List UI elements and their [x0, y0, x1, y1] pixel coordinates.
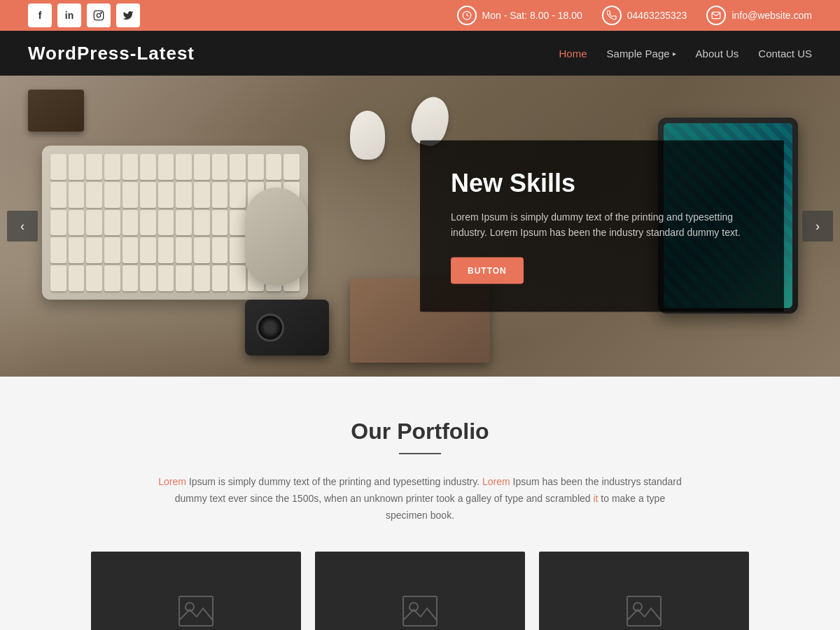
svg-point-1: [97, 13, 100, 17]
svg-rect-4: [179, 596, 213, 626]
hero-cta-button[interactable]: BUTTON: [451, 257, 524, 284]
portfolio-card-3[interactable]: [539, 552, 749, 630]
svg-rect-8: [627, 596, 661, 626]
navigation: WordPress-Latest Home Sample Page ▸ Abou…: [0, 31, 840, 76]
nav-sample-page[interactable]: Sample Page ▸: [607, 48, 676, 59]
portfolio-image-placeholder-1: [178, 596, 214, 626]
portfolio-image-placeholder-3: [626, 596, 662, 626]
social-icons-group: f in: [28, 4, 140, 27]
slider-next-button[interactable]: ›: [802, 211, 833, 241]
portfolio-title: Our Portfolio: [28, 419, 812, 444]
mouse-prop: [245, 188, 308, 286]
portfolio-section: Our Portfolio Lorem Ipsum is simply dumm…: [0, 377, 840, 630]
svg-rect-0: [94, 10, 103, 20]
portfolio-image-placeholder-2: [402, 596, 438, 626]
hours-text: Mon - Sat: 8.00 - 18.00: [482, 10, 582, 21]
phone-contact: 04463235323: [602, 6, 687, 25]
portfolio-description: Lorem Ipsum is simply dummy text of the …: [154, 474, 686, 524]
clock-icon: [457, 6, 477, 25]
hero-title: New Skills: [451, 169, 753, 198]
portfolio-desc-highlight-1: Lorem: [158, 476, 189, 487]
instagram-icon[interactable]: [87, 4, 111, 27]
nav-contact-us[interactable]: Contact US: [758, 48, 812, 59]
phone-icon: [602, 6, 622, 25]
email-contact: info@website.com: [706, 6, 812, 25]
hero-description: Lorem Ipsum is simply dummy text of the …: [451, 209, 753, 241]
nav-about-us[interactable]: About Us: [696, 48, 739, 59]
site-title: WordPress-Latest: [28, 43, 195, 64]
portfolio-desc-highlight-2: Lorem: [482, 476, 513, 487]
hero-text-box: New Skills Lorem Ipsum is simply dummy t…: [420, 141, 784, 312]
svg-rect-6: [403, 596, 437, 626]
sample-page-arrow: ▸: [673, 50, 676, 57]
linkedin-icon[interactable]: in: [57, 4, 81, 27]
nav-links: Home Sample Page ▸ About Us Contact US: [559, 48, 812, 59]
nav-home[interactable]: Home: [559, 48, 587, 59]
facebook-icon[interactable]: f: [28, 4, 52, 27]
portfolio-card-2[interactable]: [315, 552, 525, 630]
portfolio-divider: [399, 453, 441, 454]
twitter-icon[interactable]: [116, 4, 140, 27]
camera-lens: [256, 314, 284, 342]
portfolio-grid: [28, 552, 812, 630]
basket-prop: [28, 90, 84, 132]
earbud-left-prop: [350, 111, 385, 160]
portfolio-card-1[interactable]: [91, 552, 301, 630]
portfolio-desc-text-1: Ipsum is simply dummy text of the printi…: [189, 476, 482, 487]
hero-slider: ‹ › New Skills Lorem Ipsum is simply dum…: [0, 76, 840, 377]
camera-prop: [245, 300, 329, 356]
top-bar: f in Mon - Sat: 8.00 - 18.00: [0, 0, 840, 31]
email-icon: [706, 6, 726, 25]
email-text: info@website.com: [732, 10, 812, 21]
contact-info-group: Mon - Sat: 8.00 - 18.00 04463235323 info…: [457, 6, 812, 25]
hours-contact: Mon - Sat: 8.00 - 18.00: [457, 6, 582, 25]
phone-text: 04463235323: [627, 10, 687, 21]
svg-point-2: [101, 13, 102, 13]
slider-prev-button[interactable]: ‹: [7, 211, 38, 241]
